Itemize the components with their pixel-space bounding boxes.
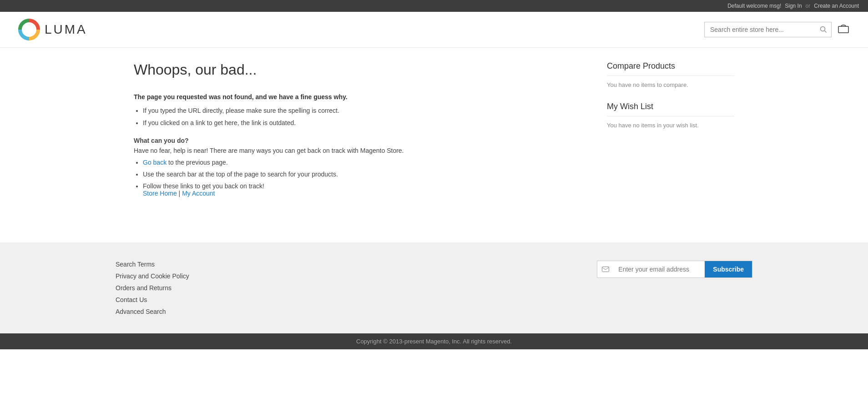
welcome-message: Default welcome msg!	[727, 3, 781, 9]
cart-button[interactable]	[837, 23, 850, 37]
footer-inner: Search Terms Privacy and Cookie Policy O…	[116, 261, 752, 315]
main-content: Whoops, our bad... The page you requeste…	[116, 48, 752, 215]
search-button[interactable]	[815, 22, 832, 37]
list-item: Follow these links to get you back on tr…	[143, 182, 589, 197]
list-item: Go back to the previous page.	[143, 159, 589, 166]
wish-list-empty: You have no items in your wish list.	[607, 122, 734, 129]
error-section: The page you requested was not found, an…	[134, 92, 589, 128]
newsletter-form: Subscribe	[597, 261, 752, 278]
svg-point-1	[821, 27, 825, 31]
svg-rect-3	[838, 26, 848, 33]
advanced-search-link[interactable]: Advanced Search	[116, 308, 189, 315]
logo-text: LUMA	[45, 22, 87, 37]
search-terms-link[interactable]: Search Terms	[116, 261, 189, 268]
content-area: Whoops, our bad... The page you requeste…	[134, 61, 589, 202]
list-item: If you typed the URL directly, please ma…	[143, 106, 589, 116]
go-back-link[interactable]: Go back	[143, 159, 167, 166]
compare-products-empty: You have no items to compare.	[607, 81, 734, 88]
header-right	[704, 22, 850, 37]
copyright-text: Copyright © 2013-present Magento, Inc. A…	[356, 338, 512, 345]
what-can-intro: Have no fear, help is near! There are ma…	[134, 147, 589, 154]
go-back-text: to the previous page.	[168, 159, 228, 166]
store-home-link[interactable]: Store Home	[143, 190, 177, 197]
newsletter-area: Subscribe	[597, 261, 752, 278]
svg-rect-4	[602, 267, 609, 272]
email-icon	[597, 261, 614, 277]
contact-us-link[interactable]: Contact Us	[116, 296, 189, 303]
sidebar: Compare Products You have no items to co…	[607, 61, 734, 202]
subscribe-button[interactable]: Subscribe	[705, 261, 752, 277]
compare-products-widget: Compare Products You have no items to co…	[607, 61, 734, 88]
sign-in-link[interactable]: Sign In	[785, 3, 802, 9]
or-separator: or	[806, 3, 811, 9]
privacy-policy-link[interactable]: Privacy and Cookie Policy	[116, 272, 189, 280]
search-input[interactable]	[704, 22, 832, 37]
cart-icon	[837, 23, 850, 35]
wish-list-title: My Wish List	[607, 102, 734, 116]
follow-links-text: Follow these links to get you back on tr…	[143, 182, 264, 190]
create-account-link[interactable]: Create an Account	[814, 3, 859, 9]
newsletter-email-input[interactable]	[614, 262, 705, 277]
pipe-separator: |	[179, 190, 182, 197]
list-item: If you clicked on a link to get here, th…	[143, 118, 589, 128]
svg-line-2	[825, 31, 827, 33]
page-title: Whoops, our bad...	[134, 61, 589, 78]
footer: Search Terms Privacy and Cookie Policy O…	[0, 242, 868, 333]
bottom-bar: Copyright © 2013-present Magento, Inc. A…	[0, 333, 868, 349]
footer-links: Search Terms Privacy and Cookie Policy O…	[116, 261, 189, 315]
what-can-section: What can you do? Have no fear, help is n…	[134, 137, 589, 197]
compare-products-title: Compare Products	[607, 61, 734, 76]
list-item: Use the search bar at the top of the pag…	[143, 171, 589, 178]
luma-logo-icon	[18, 19, 40, 40]
header: LUMA	[0, 12, 868, 48]
search-wrapper	[704, 22, 832, 37]
top-bar: Default welcome msg! Sign In or Create a…	[0, 0, 868, 12]
error-heading: The page you requested was not found, an…	[134, 92, 589, 102]
error-list: If you typed the URL directly, please ma…	[134, 106, 589, 128]
my-account-link[interactable]: My Account	[182, 190, 215, 197]
what-can-list: Go back to the previous page. Use the se…	[134, 159, 589, 197]
wish-list-widget: My Wish List You have no items in your w…	[607, 102, 734, 129]
search-icon	[820, 26, 827, 33]
orders-returns-link[interactable]: Orders and Returns	[116, 284, 189, 292]
logo-area[interactable]: LUMA	[18, 19, 87, 40]
what-can-heading: What can you do?	[134, 137, 589, 144]
